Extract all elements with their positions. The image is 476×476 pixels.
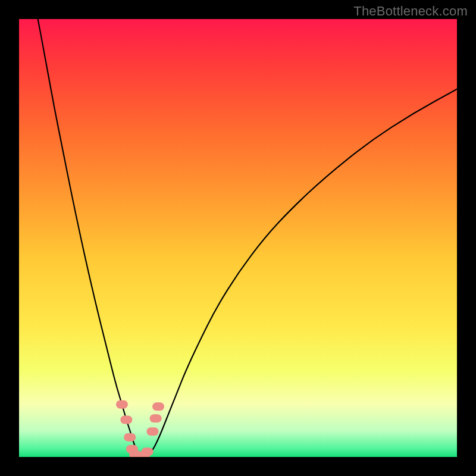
- gradient-background: [19, 19, 457, 457]
- curve-marker: [152, 402, 164, 411]
- curve-marker: [142, 447, 154, 456]
- plot-area: [19, 19, 457, 457]
- watermark-label: TheBottleneck.com: [353, 4, 468, 19]
- curve-marker: [116, 400, 128, 409]
- curve-marker: [150, 414, 162, 422]
- chart-frame: TheBottleneck.com: [0, 0, 476, 476]
- curve-marker: [124, 433, 136, 441]
- curve-marker: [120, 415, 132, 424]
- bottleneck-chart: [19, 19, 457, 457]
- curve-marker: [146, 427, 158, 436]
